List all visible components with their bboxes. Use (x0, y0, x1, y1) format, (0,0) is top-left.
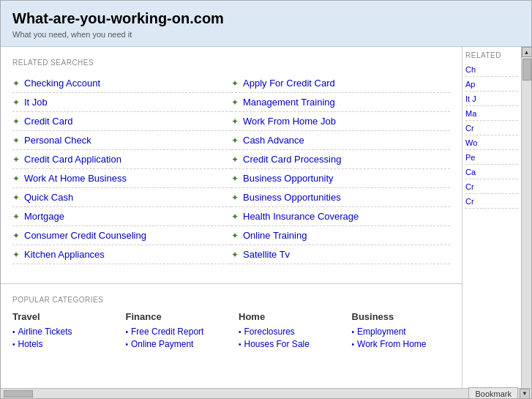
search-item: ✦Checking Account (12, 74, 231, 93)
sidebar-link[interactable]: It J (465, 94, 518, 106)
sidebar-links: ChApIt JMaCrWoPeCaCrCr (465, 65, 518, 209)
category-item: •Airline Tickets (12, 327, 111, 337)
sidebar-link[interactable]: Pe (465, 153, 518, 165)
search-link[interactable]: Mortgage (24, 211, 64, 222)
search-link[interactable]: Personal Check (24, 135, 91, 146)
sidebar-link[interactable]: Ch (465, 65, 518, 77)
bullet-icon: ✦ (231, 116, 239, 127)
bullet-icon: ✦ (231, 231, 239, 241)
sidebar-link[interactable]: Wo (465, 138, 518, 150)
bullet-icon: ✦ (12, 78, 20, 89)
popular-categories-label: POPULAR CATEGORIES (12, 291, 450, 304)
search-item: ✦Management Training (231, 93, 450, 112)
h-scroll-thumb[interactable] (4, 390, 33, 398)
search-link[interactable]: Cash Advance (243, 135, 304, 146)
search-link[interactable]: Checking Account (24, 78, 100, 89)
bullet-icon: ✦ (231, 212, 239, 222)
category-link[interactable]: Foreclosures (244, 327, 295, 337)
category-link[interactable]: Work From Home (357, 339, 426, 349)
category-title: Business (352, 311, 451, 322)
bullet-icon: • (126, 340, 129, 348)
search-link[interactable]: Health Insurance Coverage (243, 211, 359, 222)
bullet-icon: • (126, 328, 129, 336)
sidebar-link[interactable]: Cr (465, 197, 518, 209)
bullet-icon: ✦ (231, 78, 239, 89)
vertical-scrollbar[interactable]: ▲ (521, 47, 531, 388)
bullet-icon: • (239, 328, 241, 336)
search-link[interactable]: Credit Card Processing (243, 154, 341, 165)
bullet-icon: ✦ (12, 193, 20, 203)
category-link[interactable]: Hotels (18, 339, 43, 349)
search-item: ✦Health Insurance Coverage (231, 207, 450, 226)
scroll-up-btn[interactable]: ▲ (522, 47, 532, 57)
categories-grid: Travel•Airline Tickets•HotelsFinance•Fre… (12, 311, 450, 351)
header: What-are-you-working-on.com What you nee… (1, 1, 531, 47)
category-item: •Online Payment (126, 339, 225, 349)
right-sidebar: RELATED ChApIt JMaCrWoPeCaCrCr (462, 47, 521, 388)
bullet-icon: • (12, 328, 15, 336)
search-col-right: ✦Apply For Credit Card✦Management Traini… (231, 74, 450, 264)
search-link[interactable]: Quick Cash (24, 192, 73, 203)
search-item: ✦Cash Advance (231, 131, 450, 150)
search-link[interactable]: Work From Home Job (243, 116, 336, 127)
category-link[interactable]: Employment (357, 327, 406, 337)
search-link[interactable]: Kitchen Appliances (24, 249, 105, 260)
scroll-down-btn[interactable]: ▼ (520, 389, 530, 399)
search-link[interactable]: Business Opportunity (243, 173, 334, 184)
content-area: RELATED SEARCHES ✦Checking Account✦It Jo… (1, 47, 462, 388)
bullet-icon: ✦ (12, 231, 20, 241)
page-body: RELATED SEARCHES ✦Checking Account✦It Jo… (1, 47, 531, 388)
category-col: Business•Employment•Work From Home (352, 311, 451, 351)
search-link[interactable]: Business Opportunities (243, 192, 341, 203)
category-item: •Free Credit Report (126, 327, 225, 337)
search-link[interactable]: Management Training (243, 97, 335, 108)
sidebar-link[interactable]: Cr (465, 124, 518, 135)
scroll-thumb[interactable] (522, 59, 531, 81)
category-title: Home (239, 311, 337, 322)
horizontal-scrollbar-bar: Bookmark ▼ (1, 388, 531, 398)
popular-categories-section: POPULAR CATEGORIES Travel•Airline Ticket… (1, 283, 462, 363)
search-columns: ✦Checking Account✦It Job✦Credit Card✦Per… (12, 74, 450, 264)
sidebar-link[interactable]: Cr (465, 182, 518, 194)
search-link[interactable]: Work At Home Business (24, 173, 127, 184)
bullet-icon: ✦ (231, 154, 239, 165)
bullet-icon: • (239, 340, 241, 348)
search-item: ✦Personal Check (12, 131, 231, 150)
bullet-icon: • (12, 340, 15, 348)
category-link[interactable]: Online Payment (131, 339, 193, 349)
bullet-icon: • (352, 328, 355, 336)
bookmark-button[interactable]: Bookmark (468, 387, 518, 400)
search-link[interactable]: Satellite Tv (243, 249, 290, 260)
search-col-left: ✦Checking Account✦It Job✦Credit Card✦Per… (12, 74, 231, 264)
category-item: •Employment (352, 327, 451, 337)
category-link[interactable]: Airline Tickets (18, 327, 72, 337)
bullet-icon: ✦ (12, 154, 20, 165)
sidebar-link[interactable]: Ma (465, 109, 518, 121)
search-link[interactable]: It Job (24, 97, 48, 108)
bullet-icon: • (352, 340, 355, 348)
category-link[interactable]: Houses For Sale (244, 339, 310, 349)
bullet-icon: ✦ (231, 174, 239, 184)
search-item: ✦Business Opportunity (231, 169, 450, 188)
sidebar-link[interactable]: Ca (465, 168, 518, 179)
search-item: ✦Mortgage (12, 207, 231, 226)
category-item: •Work From Home (352, 339, 451, 349)
sidebar-link[interactable]: Ap (465, 80, 518, 92)
search-item: ✦Online Training (231, 226, 450, 245)
search-link[interactable]: Online Training (243, 230, 307, 241)
search-item: ✦Credit Card (12, 112, 231, 131)
search-item: ✦Work From Home Job (231, 112, 450, 131)
search-item: ✦Consumer Credit Counseling (12, 226, 231, 245)
search-link[interactable]: Consumer Credit Counseling (24, 230, 146, 241)
bullet-icon: ✦ (231, 135, 239, 146)
search-link[interactable]: Credit Card Application (24, 154, 121, 165)
category-title: Finance (126, 311, 225, 322)
search-link[interactable]: Apply For Credit Card (243, 78, 335, 89)
search-item: ✦It Job (12, 93, 231, 112)
search-link[interactable]: Credit Card (24, 116, 72, 127)
sidebar-label: RELATED (465, 51, 518, 59)
bullet-icon: ✦ (12, 250, 20, 260)
search-item: ✦Work At Home Business (12, 169, 231, 188)
page-container: What-are-you-working-on.com What you nee… (0, 0, 532, 399)
category-link[interactable]: Free Credit Report (131, 327, 203, 337)
